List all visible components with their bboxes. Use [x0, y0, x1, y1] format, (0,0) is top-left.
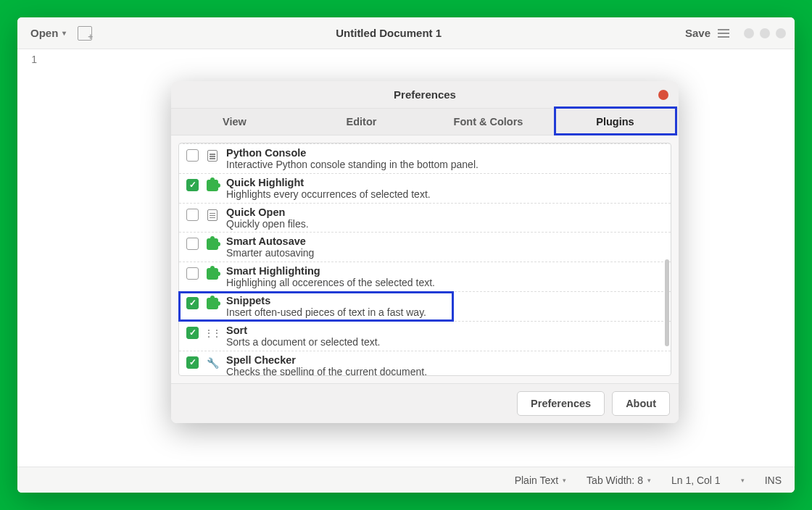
- plugin-row[interactable]: SnippetsInsert often-used pieces of text…: [179, 291, 671, 321]
- tab-plugins[interactable]: Plugins: [552, 109, 679, 135]
- plugin-text: Quick OpenQuickly open files.: [226, 206, 309, 230]
- preferences-dialog: Preferences View Editor Font & Colors Pl…: [171, 81, 679, 423]
- plugin-name: Quick Highlight: [226, 177, 431, 188]
- window-close-icon[interactable]: [776, 28, 786, 38]
- scrollbar[interactable]: [665, 259, 669, 346]
- document-icon: [206, 209, 219, 222]
- plugin-desc: Checks the spelling of the current docum…: [226, 366, 427, 376]
- plugin-text: SnippetsInsert often-used pieces of text…: [226, 295, 426, 319]
- line-number: 1: [17, 54, 37, 65]
- dialog-header: Preferences: [171, 81, 679, 109]
- status-extra-chevron[interactable]: ▾: [741, 477, 745, 484]
- plugin-desc: Smarter autosaving: [226, 247, 314, 259]
- plugin-preferences-button[interactable]: Preferences: [517, 391, 605, 416]
- plugin-desc: Highlights every occurrences of selected…: [226, 188, 431, 201]
- chevron-down-icon: ▾: [647, 477, 651, 484]
- window-maximize-icon[interactable]: [760, 28, 770, 38]
- plugin-row[interactable]: Quick HighlightHighlights every occurren…: [179, 173, 671, 203]
- plugin-name: Smart Autosave: [226, 235, 314, 247]
- line-gutter: 1: [17, 49, 43, 467]
- status-insert-mode[interactable]: INS: [765, 475, 782, 486]
- dialog-title: Preferences: [394, 88, 456, 101]
- plugin-row[interactable]: ⋮⋮SortSorts a document or selected text.: [179, 321, 671, 351]
- status-insert-label: INS: [765, 475, 782, 486]
- open-button[interactable]: Open ▾: [26, 24, 70, 42]
- plugin-text: SortSorts a document or selected text.: [226, 325, 380, 348]
- statusbar: Plain Text ▾ Tab Width: 8 ▾ Ln 1, Col 1 …: [17, 467, 795, 493]
- new-document-icon[interactable]: [78, 26, 92, 41]
- plugin-checkbox[interactable]: [186, 209, 199, 221]
- plugin-pane: Python ConsoleInteractive Python console…: [171, 135, 679, 383]
- plugin-name: Quick Open: [226, 206, 309, 218]
- close-icon[interactable]: [658, 90, 668, 100]
- status-tabwidth-label: Tab Width: 8: [587, 475, 643, 486]
- plugin-desc: Quickly open files.: [226, 218, 309, 230]
- wrench-icon: 🔧: [206, 356, 219, 369]
- plugin-about-button[interactable]: About: [612, 391, 670, 416]
- plugin-checkbox[interactable]: [186, 179, 199, 191]
- status-tabwidth[interactable]: Tab Width: 8 ▾: [587, 475, 651, 486]
- plugin-desc: Interactive Python console standing in t…: [226, 159, 478, 171]
- plugin-row[interactable]: Python ConsoleInteractive Python console…: [179, 143, 671, 173]
- chevron-down-icon: ▾: [741, 477, 745, 484]
- puzzle-icon: [206, 297, 219, 310]
- plugin-checkbox[interactable]: [186, 267, 199, 280]
- plugin-row[interactable]: Smart HighlightingHighlighing all occere…: [179, 262, 671, 291]
- window-controls: [744, 28, 786, 38]
- titlebar: Open ▾ Untitled Document 1 Save: [17, 17, 795, 49]
- status-cursor-label: Ln 1, Col 1: [671, 475, 721, 486]
- plugin-checkbox[interactable]: [186, 356, 199, 369]
- plugin-row[interactable]: 🔧Spell CheckerChecks the spelling of the…: [179, 351, 671, 376]
- plugin-row[interactable]: Quick OpenQuickly open files.: [179, 203, 671, 233]
- tab-editor[interactable]: Editor: [298, 109, 425, 135]
- puzzle-icon: [206, 179, 219, 192]
- save-button[interactable]: Save: [685, 27, 710, 39]
- dialog-tabs: View Editor Font & Colors Plugins: [171, 109, 679, 135]
- plugin-text: Smart HighlightingHighlighing all occere…: [226, 265, 435, 289]
- puzzle-icon: [206, 238, 219, 251]
- plugin-name: Smart Highlighting: [226, 265, 435, 277]
- sort-icon: ⋮⋮: [206, 327, 219, 340]
- plugin-text: Smart AutosaveSmarter autosaving: [226, 235, 314, 259]
- plugin-name: Python Console: [226, 147, 478, 159]
- plugin-text: Python ConsoleInteractive Python console…: [226, 147, 478, 171]
- plugin-checkbox[interactable]: [186, 327, 199, 339]
- plugin-name: Sort: [226, 325, 380, 336]
- plugin-text: Quick HighlightHighlights every occurren…: [226, 177, 431, 201]
- plugin-name: Snippets: [226, 295, 426, 306]
- chevron-down-icon: ▾: [62, 29, 66, 37]
- plugin-row[interactable]: Smart AutosaveSmarter autosaving: [179, 232, 671, 262]
- chevron-down-icon: ▾: [563, 477, 566, 484]
- plugin-checkbox[interactable]: [186, 149, 199, 162]
- status-language[interactable]: Plain Text ▾: [515, 475, 566, 486]
- status-cursor: Ln 1, Col 1: [671, 475, 721, 486]
- plugin-checkbox[interactable]: [186, 238, 199, 250]
- plugin-list[interactable]: Python ConsoleInteractive Python console…: [178, 143, 671, 376]
- status-language-label: Plain Text: [515, 475, 558, 486]
- plugin-desc: Highlighing all occerences of the select…: [226, 277, 435, 289]
- plugin-text: Spell CheckerChecks the spelling of the …: [226, 354, 427, 376]
- plugin-desc: Insert often-used pieces of text in a fa…: [226, 306, 426, 319]
- open-label: Open: [30, 27, 58, 39]
- hamburger-menu-icon[interactable]: [718, 29, 729, 38]
- tab-font-colors[interactable]: Font & Colors: [425, 109, 552, 135]
- tab-view[interactable]: View: [171, 109, 298, 135]
- document-icon: [206, 149, 219, 162]
- puzzle-icon: [206, 267, 219, 280]
- window-minimize-icon[interactable]: [744, 28, 754, 38]
- plugin-name: Spell Checker: [226, 354, 427, 366]
- plugin-checkbox[interactable]: [186, 297, 199, 309]
- dialog-footer: Preferences About: [171, 383, 679, 423]
- plugin-desc: Sorts a document or selected text.: [226, 336, 380, 348]
- window-title: Untitled Document 1: [92, 27, 685, 39]
